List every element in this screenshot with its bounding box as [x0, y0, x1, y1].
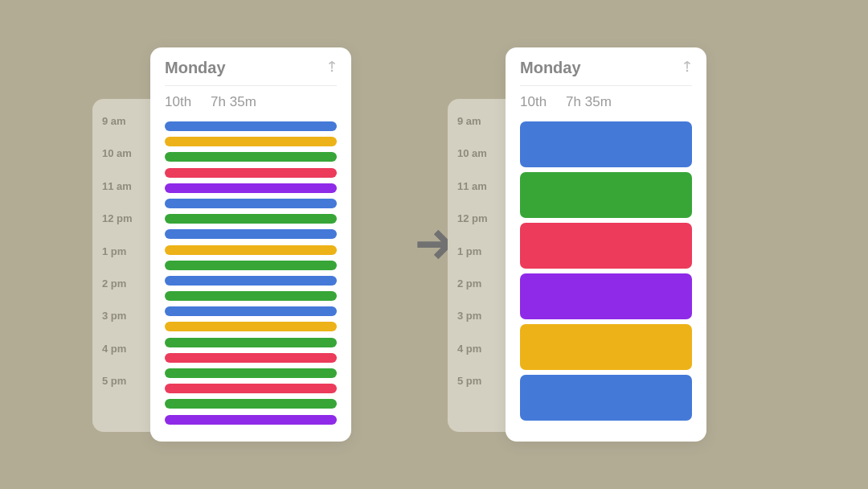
day-subheader: 10th 7h 35m — [520, 86, 692, 121]
event-bar[interactable] — [520, 223, 692, 269]
event-bar[interactable] — [165, 291, 337, 301]
day-title: Monday — [165, 59, 226, 77]
event-stack-consolidated — [520, 121, 692, 429]
event-bar[interactable] — [520, 375, 692, 421]
day-header: Monday — [165, 59, 337, 86]
day-card-before: Monday 10th 7h 35m — [150, 47, 351, 442]
event-bar[interactable] — [520, 273, 692, 319]
day-date: 10th — [520, 94, 547, 110]
event-bar[interactable] — [165, 261, 337, 270]
event-bar[interactable] — [165, 384, 337, 393]
event-bar[interactable] — [520, 324, 692, 370]
day-date: 10th — [165, 94, 191, 110]
event-bar[interactable] — [165, 199, 337, 208]
after-panel: 9 am10 am11 am12 pm1 pm2 pm3 pm4 pm5 pm … — [491, 47, 732, 442]
event-bar[interactable] — [520, 121, 692, 167]
day-title: Monday — [520, 59, 581, 77]
day-card-after: Monday 10th 7h 35m — [506, 47, 706, 442]
comparison-stage: 9 am10 am11 am12 pm1 pm2 pm3 pm4 pm5 pm … — [136, 47, 732, 442]
event-bar[interactable] — [165, 245, 337, 255]
event-bar[interactable] — [165, 399, 337, 409]
event-bar[interactable] — [165, 168, 337, 178]
pin-icon[interactable] — [682, 61, 692, 75]
event-bar[interactable] — [165, 137, 337, 146]
pin-icon[interactable] — [327, 61, 337, 75]
event-bar[interactable] — [165, 353, 337, 363]
svg-point-1 — [686, 70, 689, 72]
event-bar[interactable] — [165, 368, 337, 378]
event-bar[interactable] — [520, 172, 692, 218]
event-bar[interactable] — [165, 214, 337, 224]
event-bar[interactable] — [165, 121, 337, 131]
event-bar[interactable] — [165, 229, 337, 239]
before-panel: 9 am10 am11 am12 pm1 pm2 pm3 pm4 pm5 pm … — [136, 47, 377, 442]
event-bar[interactable] — [165, 276, 337, 286]
day-subheader: 10th 7h 35m — [165, 86, 337, 121]
day-total: 7h 35m — [211, 94, 256, 110]
event-bar[interactable] — [165, 306, 337, 316]
event-bar[interactable] — [165, 183, 337, 193]
event-bar[interactable] — [165, 322, 337, 331]
svg-point-0 — [331, 70, 334, 72]
event-bar[interactable] — [165, 415, 337, 425]
day-header: Monday — [520, 59, 692, 86]
day-total: 7h 35m — [566, 94, 612, 110]
event-stack-fragmented — [165, 121, 337, 429]
event-bar[interactable] — [165, 338, 337, 347]
event-bar[interactable] — [165, 152, 337, 162]
